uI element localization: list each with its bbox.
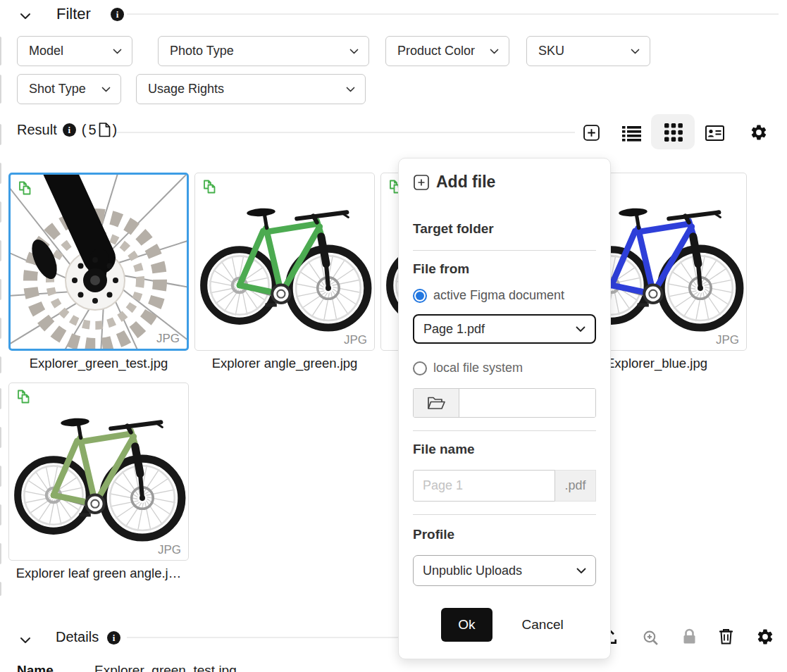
filter-dropdown-label: Model xyxy=(29,44,63,58)
filter-dropdown-label: Shot Type xyxy=(29,82,86,97)
left-edge-fragment xyxy=(0,37,1,66)
result-info-icon[interactable]: i xyxy=(63,123,76,137)
chevron-down-icon xyxy=(631,49,640,54)
details-collapse-chevron-icon[interactable] xyxy=(20,634,31,647)
left-edge-fragment xyxy=(0,240,1,261)
left-edge-fragment xyxy=(0,201,1,223)
settings-gear-icon[interactable] xyxy=(756,628,774,646)
filter-info-icon[interactable]: i xyxy=(111,8,124,21)
file-name-label: File name xyxy=(413,442,596,457)
ok-button[interactable]: Ok xyxy=(441,608,492,642)
list-view-icon[interactable] xyxy=(622,125,641,142)
local-file-picker xyxy=(413,388,596,418)
divider xyxy=(413,250,596,251)
file-name-input[interactable] xyxy=(413,470,555,502)
copies-badge-icon xyxy=(17,180,34,197)
settings-gear-icon[interactable] xyxy=(750,123,768,142)
filter-dropdown-product-color[interactable]: Product Color xyxy=(385,36,509,66)
filter-dropdown-label: Photo Type xyxy=(170,44,234,58)
left-edge-fragment xyxy=(0,279,1,300)
cancel-button[interactable]: Cancel xyxy=(518,616,568,633)
left-edge-fragment xyxy=(0,582,1,596)
details-info-icon[interactable]: i xyxy=(107,631,120,645)
asset-card[interactable]: JPG Explorer_green_test.jpg xyxy=(8,173,189,371)
filter-dropdown-label: Usage Rights xyxy=(148,82,224,97)
local-file-path-input[interactable] xyxy=(459,389,595,417)
filter-dropdown-model[interactable]: Model xyxy=(17,36,132,66)
profile-label: Profile xyxy=(413,527,596,542)
file-format-label: JPG xyxy=(344,333,367,347)
radio-unselected-icon[interactable] xyxy=(413,361,427,375)
divider xyxy=(413,514,596,515)
file-name-group: .pdf xyxy=(413,470,596,502)
profile-select[interactable]: Unpublic Uploads xyxy=(413,555,596,586)
asset-card[interactable]: JPG Explorer leaf green angle.j… xyxy=(8,382,189,581)
chevron-down-icon xyxy=(113,49,122,54)
file-extension-suffix: .pdf xyxy=(555,470,596,502)
filter-divider xyxy=(127,13,779,15)
asset-thumbnail xyxy=(195,173,374,350)
left-edge-fragment xyxy=(0,318,1,339)
file-format-label: JPG xyxy=(156,332,180,346)
add-file-icon xyxy=(413,174,430,191)
document-icon xyxy=(99,123,111,137)
file-from-label: File from xyxy=(413,261,596,277)
results-grid: JPG Explorer_green_test.jpg xyxy=(8,173,779,592)
left-edge-fragment xyxy=(0,356,1,373)
filter-section-title: Filter xyxy=(56,5,91,23)
asset-thumbnail-frame[interactable]: JPG xyxy=(8,173,189,351)
left-edge-fragment xyxy=(0,543,1,564)
asset-card[interactable]: JPG Explorer angle_green.jpg xyxy=(194,173,375,371)
chevron-down-icon xyxy=(576,568,586,574)
lock-icon[interactable] xyxy=(682,628,697,646)
name-field-value: Explorer_green_test.jpg xyxy=(94,663,237,672)
file-format-label: JPG xyxy=(716,333,739,347)
browse-folder-button[interactable] xyxy=(414,389,459,417)
filter-dropdown-shot-type[interactable]: Shot Type xyxy=(17,74,121,104)
asset-filename: Explorer leaf green angle.j… xyxy=(8,566,189,581)
card-view-icon[interactable] xyxy=(705,125,724,141)
zoom-in-icon[interactable] xyxy=(642,629,659,647)
copies-badge-icon xyxy=(202,179,218,196)
target-folder-label: Target folder xyxy=(413,221,596,237)
chevron-down-icon xyxy=(576,326,585,332)
copies-badge-icon xyxy=(16,389,32,406)
left-edge-fragment xyxy=(0,163,1,184)
file-format-label: JPG xyxy=(158,543,181,557)
asset-filename: Explorer angle_green.jpg xyxy=(194,356,375,371)
left-edge-fragment xyxy=(0,124,1,145)
chevron-down-icon xyxy=(346,87,355,92)
left-edge-fragment xyxy=(0,466,1,487)
chevron-down-icon xyxy=(101,87,111,92)
radio-selected-icon[interactable] xyxy=(413,289,427,303)
left-edge-fragment xyxy=(0,427,1,448)
result-count: ( 5 ) xyxy=(82,122,117,138)
filter-dropdown-usage-rights[interactable]: Usage Rights xyxy=(136,74,366,104)
asset-thumbnail-frame[interactable]: JPG xyxy=(8,382,189,561)
add-file-modal: Add file Target folder File from active … xyxy=(398,158,611,659)
details-name-row: Name Explorer_green_test.jpg xyxy=(17,663,237,672)
grid-view-icon[interactable] xyxy=(664,123,683,142)
result-divider xyxy=(117,132,575,133)
asset-thumbnail-frame[interactable]: JPG xyxy=(194,173,375,351)
figma-page-select[interactable]: Page 1.pdf xyxy=(413,314,596,344)
filter-dropdown-sku[interactable]: SKU xyxy=(526,36,650,66)
name-field-label: Name xyxy=(17,663,94,672)
filter-dropdown-photo-type[interactable]: Photo Type xyxy=(158,36,369,66)
radio-active-figma-document[interactable]: active Figma document xyxy=(413,288,596,303)
filter-collapse-chevron-icon[interactable] xyxy=(20,10,31,23)
figma-dam-plugin: Filter i Model Photo Type Product Color … xyxy=(0,0,787,672)
filter-dropdown-label: SKU xyxy=(538,44,564,58)
radio-local-file-system[interactable]: local file system xyxy=(413,361,596,375)
filter-dropdown-label: Product Color xyxy=(397,44,475,58)
divider xyxy=(413,430,596,431)
left-edge-fragment xyxy=(0,75,1,104)
left-edge-fragment xyxy=(0,504,1,525)
asset-filename: Explorer_green_test.jpg xyxy=(8,356,189,371)
result-section-title: Result xyxy=(17,122,57,138)
asset-thumbnail xyxy=(9,383,188,560)
modal-title: Add file xyxy=(413,173,596,192)
chevron-down-icon xyxy=(490,49,499,54)
add-file-icon[interactable] xyxy=(583,124,600,142)
trash-icon[interactable] xyxy=(718,628,734,645)
